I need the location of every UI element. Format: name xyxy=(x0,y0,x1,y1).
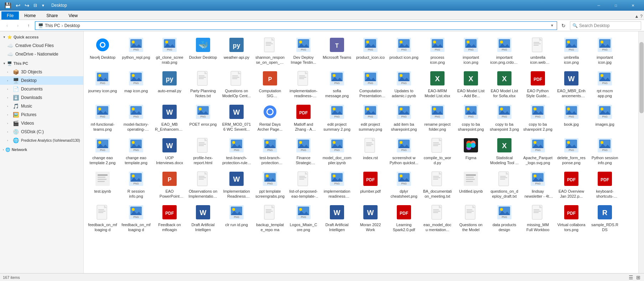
file-item[interactable]: PDFplumber.pdf xyxy=(354,168,386,200)
file-item[interactable]: Figma xyxy=(455,135,487,167)
file-item[interactable]: WERM_MOD_0716 WC Severit... xyxy=(220,101,253,133)
file-item[interactable]: PNGclr run id.png xyxy=(220,202,253,234)
tab-view[interactable]: View xyxy=(63,11,83,20)
file-item[interactable]: PNGFinance Strategic Priorities 2022.png xyxy=(287,135,320,167)
file-item[interactable]: PNGcopy to ba sharepoint 3.png xyxy=(488,101,520,133)
file-item[interactable]: PNGumbrella icon.png xyxy=(555,34,587,66)
file-item[interactable]: WDraft Artificial Intelligen xyxy=(321,202,353,234)
properties-icon[interactable]: ⊟ xyxy=(32,2,38,9)
file-item[interactable]: PNGLogos_Mtain_Core.png xyxy=(287,202,320,234)
file-item[interactable]: profile-hex-report.html xyxy=(187,135,219,167)
file-item[interactable]: backup_template_repo ma xyxy=(254,202,286,234)
sidebar-item-pictures[interactable]: › 🖼️ Pictures xyxy=(0,110,83,119)
file-item[interactable]: PDFMatloff and Zhang - A Nove... xyxy=(287,101,320,133)
file-item[interactable]: PNGchange eao template.png xyxy=(120,135,152,167)
file-item[interactable]: PNGlindsay newsletter - 4th issue... xyxy=(522,168,554,200)
address-path[interactable]: 🖥️ This PC › Desktop ▼ xyxy=(35,21,557,30)
sidebar-item-documents[interactable]: › 📄 Documents xyxy=(0,85,83,93)
quick-access-header[interactable]: ▼ ⭐ Quick access xyxy=(0,33,83,41)
file-item[interactable]: list-of-proposed-eao-template-c... xyxy=(287,168,320,200)
file-item[interactable]: PNGUpdates to adamic.i pynb xyxy=(388,68,420,100)
minimize-button[interactable]: ─ xyxy=(591,0,607,11)
file-item[interactable]: compile_to_word.py xyxy=(421,135,453,167)
file-item[interactable]: PNGPython session info.png xyxy=(589,135,621,167)
file-item[interactable]: shannon_response_on_open_sou... xyxy=(254,34,286,66)
file-item[interactable]: PNGsofia message.png xyxy=(321,68,353,100)
file-item[interactable]: PNGmodel-factory-operating-model... xyxy=(120,101,152,133)
ribbon-toggle-icon[interactable]: ▲ xyxy=(634,14,639,19)
path-dropdown-icon[interactable]: ▼ xyxy=(550,24,554,27)
file-item[interactable]: PNGedit project summary 2.png xyxy=(321,101,353,133)
file-item[interactable]: PDFEAO Overview Jan 2022.p... xyxy=(555,168,587,200)
file-item[interactable]: PNGimages.jpg xyxy=(589,101,621,133)
file-item[interactable]: test.ipynb xyxy=(87,168,119,200)
file-item[interactable]: umbrella icon.web p.crdow nload xyxy=(522,34,554,66)
file-item[interactable]: Party Planning Notes.txt xyxy=(187,68,219,100)
file-item[interactable]: PNGdata products design xyxy=(488,202,520,234)
maximize-button[interactable]: □ xyxy=(608,0,624,11)
sidebar-item-creative-cloud[interactable]: ☁️ Creative Cloud Files xyxy=(0,41,83,50)
file-item[interactable]: PNGdelete_form_response.png xyxy=(555,135,587,167)
file-item[interactable]: PNGPOET error.png xyxy=(187,101,219,133)
file-item[interactable]: PNGprocess icon.png xyxy=(421,34,453,66)
file-item[interactable]: BA_documentation_meeting.txt xyxy=(421,168,453,200)
file-item[interactable]: PNGimplementation readiness screen... xyxy=(321,168,353,200)
file-item[interactable]: PNGimportant icon.png xyxy=(455,34,487,66)
file-item[interactable]: pyauto-email.py xyxy=(154,68,186,100)
file-item[interactable]: XEAO Model List for Sofia.xlsx xyxy=(488,68,520,100)
file-item[interactable]: PDFFeedback on mfloagin xyxy=(154,202,186,234)
search-box[interactable]: 🔍 xyxy=(570,21,641,30)
file-item[interactable]: index.rst xyxy=(354,135,386,167)
file-item[interactable]: TMicrosoft Teams xyxy=(321,34,353,66)
tab-file[interactable]: File xyxy=(1,11,19,20)
file-item[interactable]: PEAO PowerPoint Template... xyxy=(154,168,186,200)
file-item[interactable]: PNGbook.jpg xyxy=(555,101,587,133)
file-item[interactable]: PNGtest-branch-protection-rules-1.... xyxy=(220,135,253,167)
file-item[interactable]: Rsample_RDS.RDS xyxy=(589,202,621,234)
file-item[interactable]: PNGimportant icon.jpg xyxy=(589,34,621,66)
file-item[interactable]: PNGDev Deploy Image Testin... xyxy=(287,34,320,66)
file-item[interactable]: PNGppt template screengrabs.png xyxy=(254,168,286,200)
path-this-pc[interactable]: This PC xyxy=(45,23,60,28)
path-desktop[interactable]: Desktop xyxy=(64,23,80,28)
quick-access-toolbar[interactable]: 💾 ↩ ↪ ⊟ ▼ xyxy=(3,1,46,10)
file-item[interactable]: eao_model_docu mentation... xyxy=(421,202,453,234)
file-item[interactable]: PNGscreenshot w Python quickst... xyxy=(388,135,420,167)
file-item[interactable]: PNGmf-functional-teams.png xyxy=(87,101,119,133)
file-item[interactable]: Untitled.ipynb xyxy=(455,168,487,200)
file-item[interactable]: PNGcopy to ba sharepoint 2.png xyxy=(522,101,554,133)
file-item[interactable]: PNGgit_clone_screenrab.png xyxy=(154,34,186,66)
undo-icon[interactable]: ↩ xyxy=(14,1,22,10)
file-item[interactable]: PNGApache_Parquet_logo.svg.png xyxy=(522,135,554,167)
file-item[interactable]: 🐳Docker Desktop xyxy=(187,34,219,66)
sidebar-item-3d-objects[interactable]: › 📦 3D Objects xyxy=(0,68,83,76)
file-item[interactable]: PNGrename project folder.png xyxy=(421,101,453,133)
file-item[interactable]: WUOP Interviews.docx xyxy=(154,135,186,167)
file-item[interactable]: WEAO_MBR_Enhancements v2.docx xyxy=(555,68,587,100)
file-item[interactable]: missing_MM Full Workboo xyxy=(522,202,554,234)
expand-icon[interactable]: ▼ xyxy=(40,3,46,8)
window-controls[interactable]: ─ □ ✕ xyxy=(591,0,641,11)
sidebar-item-desktop[interactable]: › 🖥️ Desktop xyxy=(0,76,83,85)
file-item[interactable]: Rental Days Archer Page... xyxy=(254,101,286,133)
file-item[interactable]: PNGmap icon.png xyxy=(120,68,152,100)
tab-share[interactable]: Share xyxy=(41,11,63,20)
file-item[interactable]: PNGmodel_doc_compiler.ipynb xyxy=(321,135,353,167)
sidebar-item-onedrive[interactable]: ☁️ OneDrive - Nationwide xyxy=(0,50,83,58)
sidebar-item-predictive-analytics[interactable]: › 🌐 Predictive Analytics (\\ohlewnas0130… xyxy=(0,136,83,145)
file-item[interactable]: PNGpython_repl.png xyxy=(120,34,152,66)
help-icon[interactable]: ? xyxy=(640,14,643,19)
file-item[interactable]: Questions on the Model xyxy=(455,202,487,234)
close-button[interactable]: ✕ xyxy=(625,0,641,11)
tab-home[interactable]: Home xyxy=(19,11,41,20)
sidebar-item-osdisk[interactable]: › 💿 OSDisk (C:) xyxy=(0,128,83,136)
file-item[interactable]: XEAO-MRM Model List.xlsx xyxy=(421,68,453,100)
details-view-icon[interactable]: ☰ xyxy=(628,274,634,281)
file-item[interactable]: PNGdplyr cheatsheet.png xyxy=(388,168,420,200)
file-item[interactable]: PNGadd item ba sharepoint.png xyxy=(388,101,420,133)
file-item[interactable]: PDFEAO Python Style Guide... xyxy=(522,68,554,100)
file-item[interactable]: PNGtest-branch-protection rules.png xyxy=(254,135,286,167)
file-item[interactable]: PDFVirtual collabora tors.png xyxy=(555,202,587,234)
file-item[interactable]: Observations on Implementation... xyxy=(187,168,219,200)
file-item[interactable]: WEAO_MB R_Enhancements w BAM... xyxy=(154,101,186,133)
